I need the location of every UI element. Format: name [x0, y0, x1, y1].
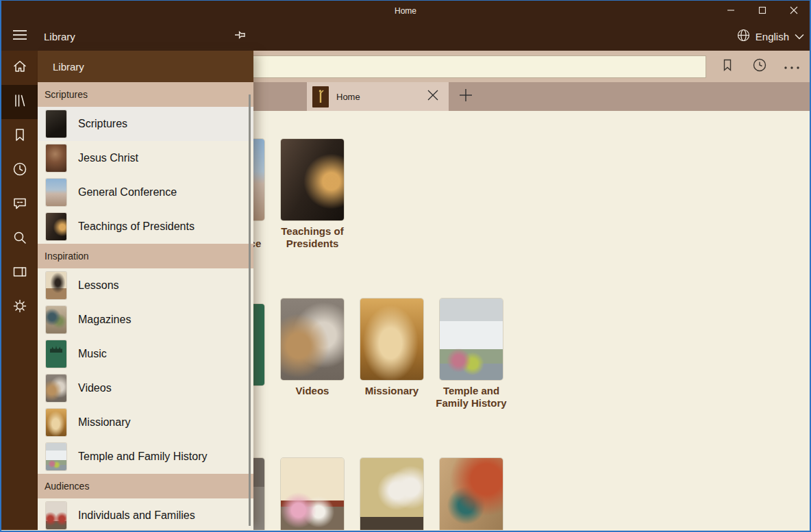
children-class-thumb — [281, 458, 344, 530]
sidebar-item-bookmarks[interactable] — [1, 119, 38, 153]
tile-caption: Teachings of Presidents — [276, 225, 349, 250]
flyout-item-magazines[interactable]: Magazines — [38, 303, 253, 337]
appbar: Library English — [1, 21, 810, 52]
magazines-thumb — [46, 306, 66, 333]
tile-cropped-3[interactable] — [360, 458, 423, 530]
ellipsis-icon — [784, 60, 800, 73]
home-icon — [12, 58, 28, 77]
missionary-thumb — [46, 409, 66, 436]
gospel-library-logo-icon — [312, 86, 329, 107]
language-label: English — [756, 31, 789, 42]
section-header-inspiration: Inspiration — [38, 244, 253, 268]
flyout-item-jesus-christ[interactable]: Jesus Christ — [38, 141, 253, 175]
hamburger-button[interactable] — [1, 21, 38, 52]
sidebar-item-reader[interactable] — [1, 256, 38, 290]
flyout-item-label: Temple and Family History — [78, 451, 208, 463]
tile-caption: Temple and Family History — [435, 385, 508, 409]
appbar-title: Library — [44, 31, 75, 42]
general-conference-thumb — [46, 179, 66, 206]
pin-button[interactable] — [227, 24, 252, 49]
history-clock-icon — [12, 161, 28, 180]
individuals-and-families-thumb — [46, 502, 66, 529]
flyout-item-general-conference[interactable]: General Conference — [38, 175, 253, 210]
history-button[interactable] — [749, 54, 771, 79]
flyout-item-lessons[interactable]: Lessons — [38, 268, 253, 303]
flyout-item-label: General Conference — [78, 186, 177, 199]
bookmarks-button[interactable] — [716, 54, 738, 79]
tile-caption: Missionary — [355, 385, 428, 397]
more-button[interactable] — [781, 54, 803, 79]
window-controls — [715, 1, 810, 21]
flyout-item-label: Jesus Christ — [78, 152, 138, 164]
flyout-item-label: Teachings of Presidents — [78, 220, 195, 233]
globe-icon — [737, 29, 750, 45]
jesus-christ-thumb — [46, 144, 66, 172]
lessons-thumb — [46, 272, 66, 299]
maximize-icon — [758, 5, 766, 17]
flyout-item-missionary[interactable]: Missionary — [38, 405, 253, 440]
maximize-button[interactable] — [747, 1, 778, 21]
tab-close-button[interactable] — [423, 86, 443, 107]
sidebar — [1, 51, 38, 530]
tile-videos[interactable]: Videos — [281, 299, 344, 409]
flyout-item-music[interactable]: Music — [38, 337, 253, 371]
speech-bubble-icon — [12, 195, 28, 214]
scriptures-thumb — [46, 110, 66, 138]
flyout-item-temple-and-family-history[interactable]: Temple and Family History — [38, 440, 253, 474]
tile-cropped-2[interactable] — [281, 458, 344, 530]
tile-caption: Videos — [276, 385, 349, 397]
sidebar-item-home[interactable] — [1, 51, 38, 85]
sidebar-item-search[interactable] — [1, 222, 38, 256]
minimize-button[interactable] — [715, 1, 747, 21]
close-icon — [790, 5, 798, 17]
videos-thumb — [46, 375, 66, 402]
tab-home[interactable]: Home — [307, 82, 449, 111]
sidebar-item-settings[interactable] — [1, 290, 38, 325]
section-header-scriptures: Scriptures — [38, 82, 253, 107]
flyout-item-individuals-and-families[interactable]: Individuals and Families — [38, 498, 253, 532]
videos-thumb — [281, 299, 344, 380]
teachings-of-presidents-thumb — [281, 139, 344, 220]
panel-card-icon — [12, 264, 28, 283]
search-input[interactable] — [252, 55, 706, 78]
minimize-icon — [727, 5, 735, 17]
clock-icon — [752, 58, 767, 75]
plus-icon — [459, 88, 473, 105]
flyout-item-label: Lessons — [78, 279, 119, 292]
chevron-down-icon — [795, 30, 804, 42]
sidebar-item-feedback[interactable] — [1, 188, 38, 222]
library-flyout: Library Scriptures Scriptures Jesus Chri… — [38, 51, 253, 530]
flyout-item-videos[interactable]: Videos — [38, 371, 253, 405]
gear-icon — [12, 298, 28, 317]
flyout-item-scriptures[interactable]: Scriptures — [38, 107, 253, 141]
young-woman-studying-thumb — [440, 458, 503, 530]
temple-and-family-history-thumb — [440, 299, 503, 380]
tab-close-icon — [427, 89, 439, 104]
missionary-thumb — [360, 299, 423, 380]
close-button[interactable] — [778, 1, 810, 21]
section-header-audiences: Audiences — [38, 474, 253, 498]
flyout-title: Library — [38, 51, 253, 82]
flyout-item-label: Individuals and Families — [78, 509, 195, 522]
music-thumb — [46, 340, 66, 368]
titlebar: Home — [1, 1, 810, 21]
bookmark-icon — [720, 58, 735, 75]
flyout-item-teachings-of-presidents[interactable]: Teachings of Presidents — [38, 210, 253, 244]
language-selector[interactable]: English — [737, 21, 804, 52]
sidebar-item-library[interactable] — [1, 85, 38, 119]
tile-temple-and-family-history[interactable]: Temple and Family History — [440, 299, 503, 409]
tile-missionary[interactable]: Missionary — [360, 299, 423, 409]
hamburger-icon — [12, 29, 27, 43]
teachings-of-presidents-thumb — [46, 213, 66, 240]
flyout-item-label: Scriptures — [78, 118, 127, 130]
tile-cropped-4[interactable] — [440, 458, 503, 530]
search-icon — [12, 229, 28, 249]
flyout-item-label: Music — [78, 348, 107, 360]
library-icon — [12, 92, 28, 112]
window-title: Home — [1, 6, 810, 16]
new-tab-button[interactable] — [452, 82, 479, 111]
app-window: Home Library — [0, 0, 811, 532]
tile-teachings-of-presidents[interactable]: Teachings of Presidents — [281, 139, 344, 250]
sidebar-item-history[interactable] — [1, 153, 38, 188]
flyout-scrollbar[interactable] — [249, 94, 251, 526]
